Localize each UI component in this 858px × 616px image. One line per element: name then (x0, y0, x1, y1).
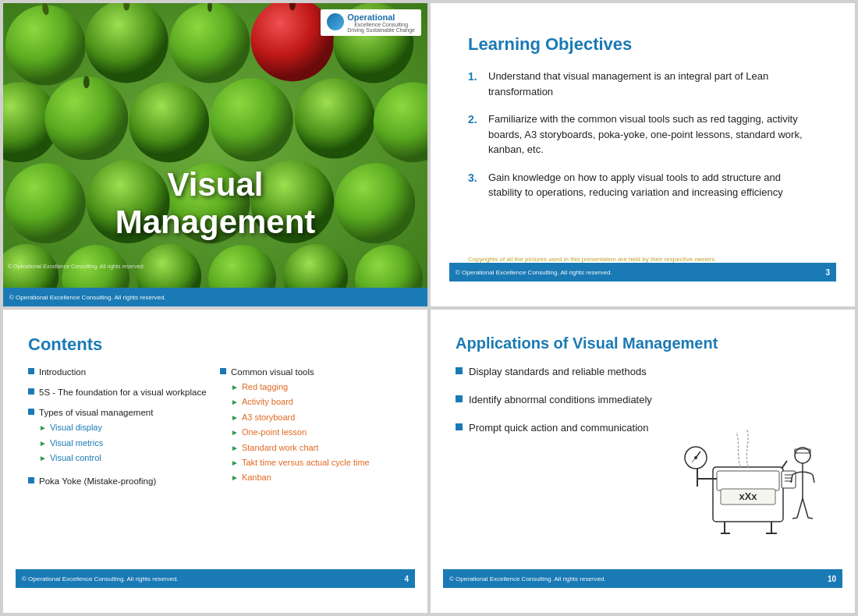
bullet-types (28, 409, 34, 415)
applications-list: Display standards and reliable methods I… (456, 365, 658, 569)
subitem-standard-work: ► Standard work chart (231, 442, 370, 454)
slide4-footer-text: © Operational Excellence Consulting. All… (449, 575, 606, 582)
logo-sub2: Driving Sustainable Change (347, 27, 415, 33)
takt-time-text: Takt time versus actual cycle time (242, 457, 370, 469)
svg-point-23 (136, 244, 201, 288)
objective-3: 3. Gain knowledge on how to apply visual… (468, 170, 817, 200)
bullet-5s (28, 388, 34, 395)
activity-board-text: Activity board (242, 396, 293, 408)
apple-background-svg (3, 3, 427, 288)
contents-item-5s: 5S - The foundation for a visual workpla… (28, 386, 211, 398)
contents-types-text: Types of visual management (39, 408, 153, 417)
slide2-footer-num: 3 (825, 268, 830, 277)
svg-point-11 (83, 76, 90, 88)
applications-illustration: xXx (658, 365, 830, 569)
bullet-intro (28, 368, 34, 374)
subitem-a3-storyboard: ► A3 storyboard (231, 412, 370, 423)
slide4-footer-num: 10 (828, 575, 836, 583)
kanban-text: Kanban (242, 472, 271, 483)
slide2-copyright-note: Copyrights of all the pictures used in t… (468, 246, 817, 263)
obj-text-2: Familiarize with the common visual tools… (488, 112, 817, 158)
visual-metrics-text: Visual metrics (50, 437, 103, 449)
slide-applications: Applications of Visual Management Displa… (431, 310, 855, 613)
slide1-footer-text: © Operational Excellence Consulting. All… (9, 294, 166, 301)
svg-point-14 (295, 78, 375, 158)
slide1-footer: © Operational Excellence Consulting. All… (3, 288, 427, 306)
arrow-takt: ► (231, 458, 239, 469)
svg-point-26 (355, 245, 423, 288)
obj-num-3: 3. (468, 170, 480, 200)
contents-col-2: Common visual tools ► Red tagging ► Acti… (220, 366, 402, 569)
objective-2: 2. Familiarize with the common visual to… (468, 112, 817, 158)
slide1-logo: Operational Excellence Consulting Drivin… (321, 9, 421, 36)
app-text-1: Display standards and reliable methods (469, 365, 647, 379)
obj-text-1: Understand that visual management is an … (488, 69, 817, 99)
subitem-one-point: ► One-point lesson (231, 427, 370, 438)
slide2-content: Learning Objectives 1. Understand that v… (449, 19, 836, 281)
svg-point-24 (208, 245, 276, 288)
contents-item-types: Types of visual management ► Visual disp… (28, 406, 211, 467)
contents-item-intro: Introduction (28, 366, 211, 378)
slide1-title-line2: Management (3, 204, 427, 241)
visual-display-text: Visual display (50, 422, 102, 434)
arrow-control: ► (39, 453, 47, 464)
visual-control-text: Visual control (50, 452, 101, 464)
contents-5s-text: 5S - The foundation for a visual workpla… (39, 386, 207, 398)
subitem-visual-metrics: ► Visual metrics (39, 437, 153, 449)
slide4-footer: © Operational Excellence Consulting. All… (443, 569, 842, 588)
types-sublist: ► Visual display ► Visual metrics ► (39, 422, 153, 464)
svg-line-52 (792, 518, 797, 519)
arrow-activity: ► (231, 397, 239, 408)
subitem-kanban: ► Kanban (231, 472, 370, 483)
arrow-standard: ► (231, 443, 239, 454)
svg-line-49 (813, 475, 814, 483)
arrow-red: ► (231, 382, 239, 393)
arrow-a3: ► (231, 412, 239, 423)
svg-point-13 (210, 78, 293, 161)
slide-learning-objectives: Learning Objectives 1. Understand that v… (431, 3, 855, 306)
slide-visual-management: Operational Excellence Consulting Drivin… (3, 3, 427, 306)
svg-point-45 (795, 448, 810, 463)
standard-work-text: Standard work chart (242, 442, 318, 454)
svg-point-40 (694, 456, 697, 459)
red-tagging-text: Red tagging (242, 381, 288, 393)
subitem-visual-control: ► Visual control (39, 452, 153, 464)
slide4-content: Applications of Visual Management Displa… (443, 322, 842, 588)
svg-line-53 (808, 518, 813, 519)
slide4-title: Applications of Visual Management (456, 335, 830, 352)
app-item-1: Display standards and reliable methods (456, 365, 658, 379)
app-item-2: Identify abnormal conditions immediately (456, 393, 658, 407)
arrow-metrics: ► (39, 438, 47, 449)
slide1-copyright: © Operational Excellence Consulting. All… (8, 264, 145, 269)
slide3-content: Contents Introduction 5S - The foundatio… (16, 322, 415, 588)
globe-icon (327, 13, 344, 30)
arrow-one-point: ► (231, 427, 239, 438)
app-text-3: Prompt quick action and communication (469, 421, 649, 435)
app-bullet-1 (456, 367, 463, 374)
slide1-title-line1: Visual (3, 166, 427, 204)
slide1-background: Operational Excellence Consulting Drivin… (3, 3, 427, 288)
slide2-footer-text: © Operational Excellence Consulting. All… (456, 269, 612, 276)
app-bullet-3 (456, 423, 463, 430)
svg-point-12 (129, 82, 209, 162)
bullet-poka (28, 477, 34, 483)
contents-item-poka: Poka Yoke (Mistake-proofing) (28, 475, 211, 487)
obj-text-3: Gain knowledge on how to apply visual to… (488, 170, 817, 200)
svg-point-25 (283, 244, 348, 288)
obj-num-1: 1. (468, 69, 480, 99)
applications-content: Display standards and reliable methods I… (456, 365, 830, 569)
one-point-text: One-point lesson (242, 427, 307, 438)
arrow-display: ► (39, 423, 47, 434)
logo-sub1: Excellence Consulting (347, 22, 415, 27)
svg-point-10 (44, 76, 128, 160)
logo-brand: Operational (347, 12, 415, 22)
slide1-title: Visual Management (3, 166, 427, 241)
svg-text:xXx: xXx (739, 490, 757, 502)
objective-1: 1. Understand that visual management is … (468, 69, 817, 99)
svg-line-51 (803, 498, 808, 518)
contents-columns: Introduction 5S - The foundation for a v… (28, 366, 402, 569)
common-sublist: ► Red tagging ► Activity board ► (231, 381, 370, 484)
svg-rect-28 (717, 471, 779, 490)
bullet-common (220, 368, 226, 374)
subitem-red-tagging: ► Red tagging (231, 381, 370, 393)
